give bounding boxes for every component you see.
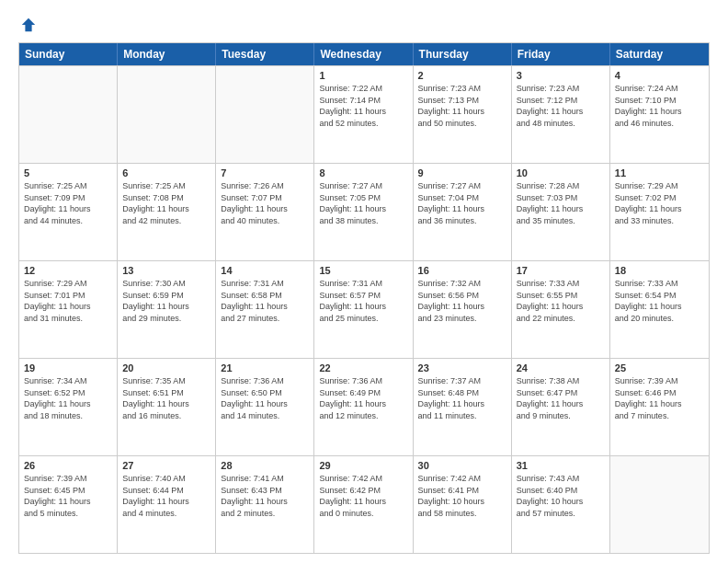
calendar: SundayMondayTuesdayWednesdayThursdayFrid…	[18, 42, 710, 554]
day-number: 28	[221, 460, 309, 471]
cal-header-thursday: Thursday	[414, 43, 512, 65]
day-info: Sunrise: 7:35 AM Sunset: 6:51 PM Dayligh…	[122, 375, 210, 421]
cal-cell: 6Sunrise: 7:25 AM Sunset: 7:08 PM Daylig…	[118, 164, 216, 260]
day-number: 10	[517, 167, 605, 178]
logo	[18, 17, 37, 33]
cal-cell	[118, 66, 216, 163]
day-number: 23	[418, 362, 506, 373]
day-info: Sunrise: 7:33 AM Sunset: 6:55 PM Dayligh…	[517, 278, 605, 324]
day-number: 7	[221, 167, 309, 178]
day-info: Sunrise: 7:25 AM Sunset: 7:08 PM Dayligh…	[122, 180, 210, 226]
day-info: Sunrise: 7:26 AM Sunset: 7:07 PM Dayligh…	[221, 180, 309, 226]
day-info: Sunrise: 7:31 AM Sunset: 6:58 PM Dayligh…	[221, 278, 309, 324]
cal-cell: 28Sunrise: 7:41 AM Sunset: 6:43 PM Dayli…	[216, 456, 314, 553]
logo-icon	[20, 17, 37, 33]
day-info: Sunrise: 7:31 AM Sunset: 6:57 PM Dayligh…	[319, 278, 407, 324]
day-number: 20	[122, 362, 210, 373]
cal-cell: 26Sunrise: 7:39 AM Sunset: 6:45 PM Dayli…	[19, 456, 118, 553]
cal-cell: 12Sunrise: 7:29 AM Sunset: 7:01 PM Dayli…	[19, 261, 118, 358]
cal-cell	[19, 66, 118, 163]
cal-week-row: 1Sunrise: 7:22 AM Sunset: 7:14 PM Daylig…	[19, 65, 709, 163]
day-number: 3	[517, 70, 605, 81]
cal-cell: 7Sunrise: 7:26 AM Sunset: 7:07 PM Daylig…	[216, 164, 314, 260]
day-info: Sunrise: 7:28 AM Sunset: 7:03 PM Dayligh…	[517, 180, 605, 226]
day-info: Sunrise: 7:39 AM Sunset: 6:45 PM Dayligh…	[24, 473, 112, 519]
day-info: Sunrise: 7:43 AM Sunset: 6:40 PM Dayligh…	[517, 473, 605, 519]
cal-cell: 15Sunrise: 7:31 AM Sunset: 6:57 PM Dayli…	[314, 261, 413, 358]
day-info: Sunrise: 7:29 AM Sunset: 7:01 PM Dayligh…	[24, 278, 112, 324]
cal-cell: 23Sunrise: 7:37 AM Sunset: 6:48 PM Dayli…	[414, 359, 512, 455]
cal-cell: 18Sunrise: 7:33 AM Sunset: 6:54 PM Dayli…	[610, 261, 709, 358]
day-number: 15	[319, 265, 407, 276]
cal-week-row: 5Sunrise: 7:25 AM Sunset: 7:09 PM Daylig…	[19, 163, 709, 260]
cal-cell: 31Sunrise: 7:43 AM Sunset: 6:40 PM Dayli…	[512, 456, 610, 553]
cal-cell: 30Sunrise: 7:42 AM Sunset: 6:41 PM Dayli…	[414, 456, 512, 553]
cal-week-row: 26Sunrise: 7:39 AM Sunset: 6:45 PM Dayli…	[19, 455, 709, 553]
day-number: 19	[24, 362, 112, 373]
day-number: 21	[221, 362, 309, 373]
day-info: Sunrise: 7:39 AM Sunset: 6:46 PM Dayligh…	[615, 375, 704, 421]
day-number: 17	[517, 265, 605, 276]
cal-cell: 2Sunrise: 7:23 AM Sunset: 7:13 PM Daylig…	[414, 66, 512, 163]
page: SundayMondayTuesdayWednesdayThursdayFrid…	[0, 0, 728, 563]
cal-cell	[216, 66, 314, 163]
day-info: Sunrise: 7:23 AM Sunset: 7:13 PM Dayligh…	[418, 83, 506, 129]
cal-cell: 24Sunrise: 7:38 AM Sunset: 6:47 PM Dayli…	[512, 359, 610, 455]
svg-marker-0	[22, 18, 35, 31]
cal-cell: 16Sunrise: 7:32 AM Sunset: 6:56 PM Dayli…	[414, 261, 512, 358]
cal-cell: 9Sunrise: 7:27 AM Sunset: 7:04 PM Daylig…	[414, 164, 512, 260]
day-number: 4	[615, 70, 704, 81]
day-info: Sunrise: 7:23 AM Sunset: 7:12 PM Dayligh…	[517, 83, 605, 129]
cal-cell: 10Sunrise: 7:28 AM Sunset: 7:03 PM Dayli…	[512, 164, 610, 260]
day-info: Sunrise: 7:29 AM Sunset: 7:02 PM Dayligh…	[615, 180, 704, 226]
calendar-header: SundayMondayTuesdayWednesdayThursdayFrid…	[19, 43, 709, 65]
day-info: Sunrise: 7:41 AM Sunset: 6:43 PM Dayligh…	[221, 473, 309, 519]
cal-cell: 27Sunrise: 7:40 AM Sunset: 6:44 PM Dayli…	[118, 456, 216, 553]
cal-cell: 3Sunrise: 7:23 AM Sunset: 7:12 PM Daylig…	[512, 66, 610, 163]
day-number: 29	[319, 460, 407, 471]
day-info: Sunrise: 7:42 AM Sunset: 6:41 PM Dayligh…	[418, 473, 506, 519]
cal-header-tuesday: Tuesday	[216, 43, 314, 65]
day-info: Sunrise: 7:27 AM Sunset: 7:05 PM Dayligh…	[319, 180, 407, 226]
cal-header-friday: Friday	[512, 43, 610, 65]
cal-cell: 29Sunrise: 7:42 AM Sunset: 6:42 PM Dayli…	[314, 456, 413, 553]
cal-cell	[610, 456, 709, 553]
cal-cell: 20Sunrise: 7:35 AM Sunset: 6:51 PM Dayli…	[118, 359, 216, 455]
day-number: 22	[319, 362, 407, 373]
day-number: 6	[122, 167, 210, 178]
cal-cell: 22Sunrise: 7:36 AM Sunset: 6:49 PM Dayli…	[314, 359, 413, 455]
day-number: 12	[24, 265, 112, 276]
day-info: Sunrise: 7:37 AM Sunset: 6:48 PM Dayligh…	[418, 375, 506, 421]
day-number: 1	[319, 70, 407, 81]
cal-cell: 11Sunrise: 7:29 AM Sunset: 7:02 PM Dayli…	[610, 164, 709, 260]
cal-cell: 21Sunrise: 7:36 AM Sunset: 6:50 PM Dayli…	[216, 359, 314, 455]
day-number: 13	[122, 265, 210, 276]
day-number: 26	[24, 460, 112, 471]
cal-cell: 14Sunrise: 7:31 AM Sunset: 6:58 PM Dayli…	[216, 261, 314, 358]
day-info: Sunrise: 7:32 AM Sunset: 6:56 PM Dayligh…	[418, 278, 506, 324]
cal-cell: 4Sunrise: 7:24 AM Sunset: 7:10 PM Daylig…	[610, 66, 709, 163]
cal-header-saturday: Saturday	[610, 43, 709, 65]
cal-week-row: 19Sunrise: 7:34 AM Sunset: 6:52 PM Dayli…	[19, 358, 709, 455]
day-info: Sunrise: 7:27 AM Sunset: 7:04 PM Dayligh…	[418, 180, 506, 226]
cal-cell: 1Sunrise: 7:22 AM Sunset: 7:14 PM Daylig…	[314, 66, 413, 163]
day-number: 14	[221, 265, 309, 276]
day-number: 18	[615, 265, 704, 276]
cal-cell: 13Sunrise: 7:30 AM Sunset: 6:59 PM Dayli…	[118, 261, 216, 358]
calendar-body: 1Sunrise: 7:22 AM Sunset: 7:14 PM Daylig…	[19, 65, 709, 553]
cal-cell: 19Sunrise: 7:34 AM Sunset: 6:52 PM Dayli…	[19, 359, 118, 455]
cal-cell: 5Sunrise: 7:25 AM Sunset: 7:09 PM Daylig…	[19, 164, 118, 260]
cal-cell: 25Sunrise: 7:39 AM Sunset: 6:46 PM Dayli…	[610, 359, 709, 455]
cal-header-monday: Monday	[118, 43, 216, 65]
day-number: 30	[418, 460, 506, 471]
header	[18, 17, 710, 33]
day-info: Sunrise: 7:42 AM Sunset: 6:42 PM Dayligh…	[319, 473, 407, 519]
day-number: 9	[418, 167, 506, 178]
cal-week-row: 12Sunrise: 7:29 AM Sunset: 7:01 PM Dayli…	[19, 260, 709, 358]
day-number: 2	[418, 70, 506, 81]
day-number: 31	[517, 460, 605, 471]
day-info: Sunrise: 7:36 AM Sunset: 6:49 PM Dayligh…	[319, 375, 407, 421]
cal-cell: 8Sunrise: 7:27 AM Sunset: 7:05 PM Daylig…	[314, 164, 413, 260]
day-info: Sunrise: 7:40 AM Sunset: 6:44 PM Dayligh…	[122, 473, 210, 519]
day-info: Sunrise: 7:22 AM Sunset: 7:14 PM Dayligh…	[319, 83, 407, 129]
